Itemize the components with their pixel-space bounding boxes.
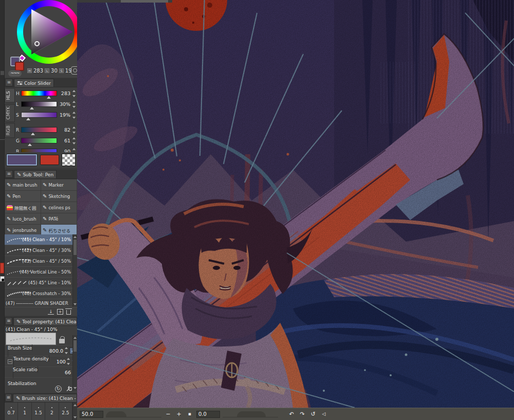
pen-icon: ✎ [43,182,47,188]
color-wheel-panel: ~~~ H 283 L 30 S 19 [5,0,77,78]
pen-icon: ✎ [43,194,47,199]
main-sub-color-switch[interactable] [10,57,26,72]
size-preset-1-5[interactable]: 1.5 [32,403,45,420]
subtool-main-brush[interactable]: ✎main brush [5,179,41,190]
tab-color-slider[interactable]: Color Slider [14,79,54,87]
pen-icon: ✎ [17,172,21,177]
tab-brush-size[interactable]: ✎ Brush size: (41) Clean - 45 [13,394,77,402]
brush-size-scrollbar[interactable] [72,403,77,420]
import-brush-icon[interactable]: ↓ [48,309,54,315]
fit-to-screen-button[interactable]: ▪ [186,410,194,418]
brush-item-46[interactable]: (46) Crosshatch - 30% [5,288,77,299]
brush-item-45[interactable]: (45) 45° Line - 10% [5,278,77,288]
dock-handle[interactable] [1,71,4,75]
zoom-out-button[interactable]: − [164,410,172,418]
rotate-right-icon[interactable]: ↷ [298,410,306,418]
rotation-value-box[interactable]: 0.0 [196,411,220,418]
panel-menu-icon[interactable]: ≡ [5,394,12,401]
flip-horizontal-icon[interactable]: ◁ [320,410,328,418]
tab-tool-property[interactable]: ✎ Tool property: (41) Clean [13,317,77,325]
brush-item-44[interactable]: (44) Vertical Line - 50% [5,267,77,278]
rotation-slider[interactable] [223,411,278,417]
zoom-slider[interactable] [106,411,161,417]
hue-slider[interactable] [21,90,57,96]
size-preset-1[interactable]: 1 [18,403,31,420]
zoom-in-button[interactable]: + [175,410,183,418]
collapse-icon[interactable]: − [8,359,12,364]
dock-bw-chip[interactable] [0,276,5,282]
brush-item-43[interactable]: (43) Clean - 45° / 50% [5,256,77,267]
sv-triangle[interactable] [28,6,76,58]
size-preset-2-5[interactable]: 2.5 [59,403,72,420]
brush-item-42[interactable]: (42) Clean - 45° / 30% [5,245,77,256]
brush-size-presets: 0.7 1 1.5 2 2.5 [5,403,72,420]
sat-slider[interactable] [21,112,57,118]
wrench-icon[interactable] [65,386,72,392]
canvas-artwork[interactable] [77,0,514,408]
sat-stepper[interactable] [71,112,76,119]
sub-tool-grid: ✎main brush ✎Marker ✎Pen ✎Sketching 隙間無く… [5,179,77,233]
lum-slider[interactable] [21,101,57,107]
collapsed-bar-handle[interactable] [121,0,168,3]
panel-menu-icon[interactable]: ≡ [5,79,13,86]
size-preset-0-7[interactable]: 0.7 [5,403,18,420]
size-preset-2[interactable]: 2 [45,403,59,420]
texture-density-stepper[interactable] [66,358,71,365]
collapsed-dock-strip[interactable] [0,0,5,420]
tool-preview-label: (41) Clean - 45° / 10% [5,326,77,333]
tab-sub-tool[interactable]: ✎ Sub Tool: Pen [14,170,57,178]
tool-property-body: (41) Clean - 45° / 10% Brush Size 800.0 … [5,326,77,393]
lock-icon[interactable] [59,339,65,343]
brush-size-row: Brush Size 800.0 ✓ [5,345,77,356]
dock-divider [0,139,5,140]
trash-icon[interactable] [66,310,71,315]
brush-list-scrollbar[interactable] [72,234,77,307]
brush-icon: ✎ [16,396,20,401]
reset-default-icon[interactable]: ↻ [55,386,62,392]
subtool-marker[interactable]: ✎Marker [41,179,77,190]
subtool-celines[interactable]: ✎celines ps [41,202,77,213]
brush-icon: ✎ [16,319,21,324]
pen-icon: ✎ [43,205,47,210]
green-stepper[interactable] [71,137,76,144]
subtool-pate[interactable]: ✎PATé [41,213,77,224]
green-slider[interactable] [21,138,57,143]
sv-cursor[interactable] [34,41,40,46]
tool-property-scrollbar[interactable] [72,335,77,391]
transparent-swatch[interactable] [62,154,76,166]
current-color-swatch[interactable] [6,154,38,166]
secondary-color-swatch[interactable] [40,155,59,165]
tab-hls[interactable]: HLS [5,88,15,103]
stroke-wave-button[interactable]: ~~~ [8,70,22,77]
subtool-luco-brush[interactable]: ✎luco_brush [5,213,41,224]
dock-color-chip[interactable] [0,263,4,273]
pen-icon: ✎ [7,182,11,188]
lum-stepper[interactable] [71,101,76,108]
panel-menu-icon[interactable]: ≡ [5,170,13,178]
zoom-value-box[interactable]: 50.0 [80,411,103,418]
sat-slider-row: S 19% [16,110,76,120]
canvas-top-strip [77,0,172,3]
red-slider[interactable] [21,127,57,133]
tab-rgb[interactable]: RGB [5,123,15,138]
subtool-sketching[interactable]: ✎Sketching [41,191,77,202]
red-stepper[interactable] [71,126,76,134]
green-slider-row: G 61 [16,136,76,145]
brush-item-47[interactable]: (47) ----------- GRAIN SHADER [5,299,77,307]
panel-menu-icon[interactable]: ≡ [5,317,12,325]
color-slider-body: HLS CMYK RGB H 283 L 30% S 19% R 82 [5,87,77,152]
add-brush-icon[interactable]: + [57,309,63,315]
subtool-kuchisaseru-selected[interactable]: ✎朽ちさせる [41,225,77,235]
rotate-left-icon[interactable]: ↶ [287,410,296,418]
tab-cmyk[interactable]: CMYK [5,104,15,122]
pen-icon: ✎ [7,228,11,233]
subtool-pen[interactable]: ✎Pen [5,191,41,202]
brush-size-stepper[interactable] [64,347,68,354]
sub-color-swatch[interactable] [15,62,24,71]
hue-stepper[interactable] [71,90,76,97]
subtool-jensbrushe[interactable]: ✎jensbrushe [5,225,41,235]
texture-density-row: − Texture density 100 ⚒ [5,356,77,367]
subtool-sukima[interactable]: 隙間無く囲 [5,202,41,213]
reset-rotation-icon[interactable]: ↺ [309,410,317,418]
brush-item-41[interactable]: (41) Clean - 45° / 10% [5,234,77,245]
